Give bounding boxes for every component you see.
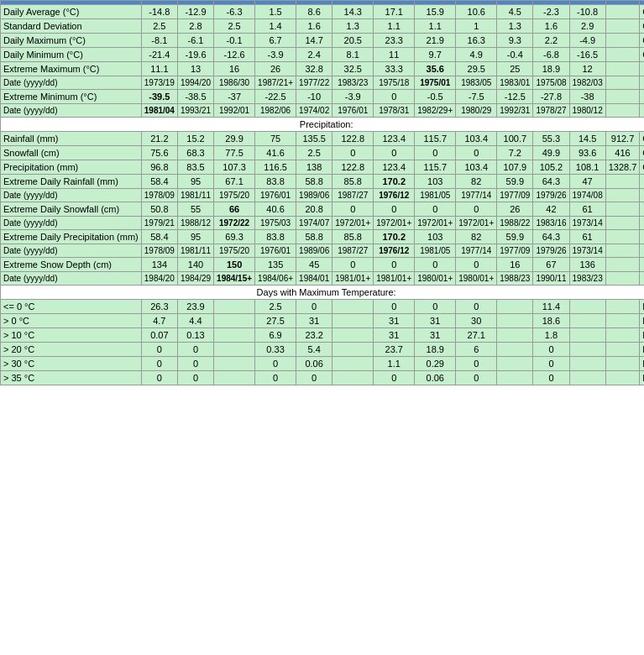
data-cell <box>214 371 255 385</box>
data-cell: 103.4 <box>456 160 497 175</box>
data-cell: 23.7 <box>374 343 415 357</box>
data-cell <box>605 48 640 62</box>
data-cell: 0.06 <box>296 357 332 371</box>
data-cell: 0 <box>374 258 415 272</box>
data-cell: 1980/01+ <box>415 272 456 286</box>
data-cell: 2.5 <box>255 300 296 314</box>
table-row: Date (yyyy/dd)1981/041993/211992/011982/… <box>1 104 645 118</box>
data-cell <box>605 244 640 258</box>
data-cell: 0 <box>456 202 497 217</box>
data-cell: -22.5 <box>255 90 296 104</box>
data-cell <box>605 371 640 385</box>
data-cell: 1975/18 <box>374 76 415 90</box>
row-label: Snowfall (cm) <box>1 146 142 160</box>
data-cell: 6.9 <box>255 328 296 343</box>
data-cell: 29.5 <box>456 62 497 76</box>
data-cell: -12.9 <box>177 5 213 19</box>
data-cell: 0.33 <box>255 343 296 357</box>
data-cell <box>497 300 533 314</box>
data-cell: -6.1 <box>177 34 213 48</box>
data-cell <box>605 217 640 230</box>
data-cell: 1984/15+ <box>214 272 255 286</box>
data-cell <box>640 217 644 230</box>
row-label: Date (yyyy/dd) <box>1 189 142 202</box>
data-cell: 33.3 <box>374 62 415 76</box>
table-row: Snowfall (cm)75.668.377.541.62.500007.24… <box>1 146 645 160</box>
data-cell: 59.9 <box>497 230 533 244</box>
data-cell: C <box>640 132 644 146</box>
data-cell: -12.5 <box>497 90 533 104</box>
data-cell: 115.7 <box>415 132 456 146</box>
data-cell: 0 <box>332 258 374 272</box>
data-cell <box>497 314 533 328</box>
data-cell <box>569 328 605 343</box>
data-cell: 1977/14 <box>456 189 497 202</box>
table-row: Extreme Snow Depth (cm)13414015013545000… <box>1 258 645 272</box>
data-cell <box>605 90 640 104</box>
data-cell: 2.2 <box>533 34 569 48</box>
data-cell <box>605 19 640 34</box>
data-cell: 1994/20 <box>177 76 213 90</box>
data-cell <box>214 357 255 371</box>
data-cell: -10.8 <box>569 5 605 19</box>
section-header-row: Days with Maximum Temperature: <box>1 286 645 300</box>
data-cell: 1984/29 <box>177 272 213 286</box>
data-cell: 1973/19 <box>141 76 177 90</box>
data-cell: 0 <box>374 371 415 385</box>
data-cell: -12.6 <box>214 48 255 62</box>
data-cell: 122.8 <box>332 160 374 175</box>
data-cell: 11.4 <box>533 300 569 314</box>
table-row: Date (yyyy/dd)1973/191994/201986/301987/… <box>1 76 645 90</box>
data-cell <box>332 314 374 328</box>
table-row: Rainfall (mm)21.215.229.975135.5122.8123… <box>1 132 645 146</box>
data-cell: 0 <box>296 300 332 314</box>
data-cell: 95 <box>177 175 213 189</box>
table-row: Daily Average (°C)-14.8-12.9-6.31.58.614… <box>1 5 645 19</box>
data-cell: 0.13 <box>177 328 213 343</box>
data-cell: 55.3 <box>533 132 569 146</box>
data-cell: -21.4 <box>141 48 177 62</box>
data-cell: 1 <box>456 19 497 34</box>
data-cell: 83.5 <box>177 160 213 175</box>
table-row: <= 0 °C26.323.92.5000011.4D <box>1 300 645 314</box>
data-cell: 1983/01 <box>497 76 533 90</box>
data-cell: 1983/16 <box>533 217 569 230</box>
row-label: > 30 °C <box>1 357 142 371</box>
data-cell: 0 <box>456 357 497 371</box>
data-cell: 1980/29 <box>456 104 497 118</box>
data-cell: 1987/27 <box>332 189 374 202</box>
data-cell: 82 <box>456 175 497 189</box>
data-cell: -3.9 <box>332 90 374 104</box>
data-cell: 15.9 <box>415 5 456 19</box>
data-cell <box>332 328 374 343</box>
data-cell: 138 <box>296 160 332 175</box>
data-cell: 1975/01 <box>415 76 456 90</box>
data-cell <box>214 314 255 328</box>
data-cell: 0 <box>456 146 497 160</box>
data-cell: 1986/30 <box>214 76 255 90</box>
section-header-row: Precipitation: <box>1 118 645 132</box>
data-cell: 1978/31 <box>374 104 415 118</box>
data-cell: 32.5 <box>332 62 374 76</box>
data-cell: 9.7 <box>415 48 456 62</box>
data-cell: 85.8 <box>332 175 374 189</box>
data-cell: 0 <box>374 90 415 104</box>
row-label: Date (yyyy/dd) <box>1 76 142 90</box>
data-cell: 416 <box>605 146 640 160</box>
data-cell: C <box>640 34 644 48</box>
data-cell: 2.4 <box>296 48 332 62</box>
data-cell: C <box>640 48 644 62</box>
data-cell: 95 <box>177 230 213 244</box>
data-cell: 1983/05 <box>456 76 497 90</box>
data-cell: 1979/26 <box>533 244 569 258</box>
data-cell <box>569 343 605 357</box>
data-cell: 31 <box>415 314 456 328</box>
data-cell <box>640 202 644 217</box>
data-cell: 1975/08 <box>533 76 569 90</box>
data-cell: -0.4 <box>497 48 533 62</box>
data-cell <box>497 371 533 385</box>
data-cell: 11 <box>374 48 415 62</box>
data-cell: 122.8 <box>332 132 374 146</box>
data-cell: 0 <box>177 343 213 357</box>
data-cell: 0 <box>415 146 456 160</box>
